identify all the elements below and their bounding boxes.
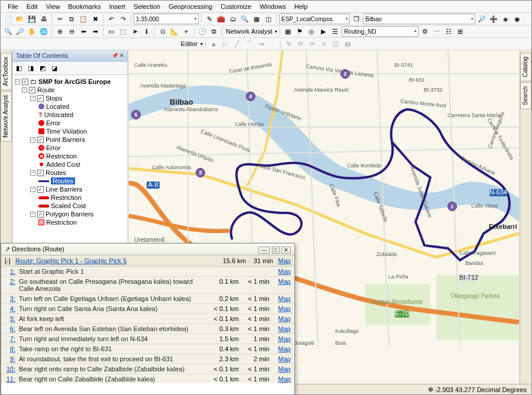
na-window-icon[interactable]: ▦ xyxy=(283,26,293,37)
fwd-extent-icon[interactable]: ➡ xyxy=(90,26,100,37)
create-viewer-icon[interactable]: ⧉ xyxy=(209,26,219,37)
tab-arctoolbox[interactable]: ArcToolbox xyxy=(1,53,12,90)
menu-view[interactable]: View xyxy=(43,2,64,11)
tool-b-icon[interactable]: ◉ xyxy=(512,14,523,24)
tree-error[interactable]: Error xyxy=(46,119,60,127)
trace-icon[interactable]: ↝ xyxy=(255,38,266,49)
direction-step[interactable]: 8:Take ramp on the right to BI-6310.4 km… xyxy=(1,344,294,354)
edit-annot-icon[interactable]: ✎ xyxy=(283,38,294,49)
select-elements-icon[interactable]: ➤ xyxy=(129,26,140,37)
model-icon[interactable]: ◫ xyxy=(263,14,274,24)
tool-a-icon[interactable]: ◈ xyxy=(500,14,511,24)
close-icon[interactable]: ✕ xyxy=(119,53,124,59)
create-feature-icon[interactable]: ▤ xyxy=(342,38,353,49)
layers-icon[interactable]: ❐ xyxy=(351,14,362,24)
step-number[interactable]: 6: xyxy=(5,325,15,332)
step-number[interactable]: 10: xyxy=(5,365,15,373)
city-combo[interactable]: Bilbao xyxy=(363,14,475,24)
checkbox[interactable]: ✓ xyxy=(37,95,44,102)
redo-icon[interactable]: ↷ xyxy=(118,14,128,24)
na-options-icon[interactable]: ⋯ xyxy=(432,26,442,37)
menu-edit[interactable]: Edit xyxy=(23,2,41,11)
list-drawing-icon[interactable]: ◧ xyxy=(14,63,24,73)
list-source-icon[interactable]: ◨ xyxy=(25,63,36,73)
checkbox[interactable]: ✓ xyxy=(22,79,28,85)
tree-polygon-barriers[interactable]: Polygon Barriers xyxy=(46,211,93,218)
minimize-icon[interactable]: — xyxy=(258,247,270,254)
menu-help[interactable]: Help xyxy=(291,2,312,11)
pin-icon[interactable]: 📌 xyxy=(112,53,118,59)
measure-icon[interactable]: 📐 xyxy=(169,26,180,37)
expand-icon[interactable]: − xyxy=(15,79,20,85)
delete-icon[interactable]: ✖ xyxy=(90,14,100,24)
clear-selection-icon[interactable]: ⬚ xyxy=(118,26,128,37)
na-select-icon[interactable]: ◎ xyxy=(306,26,317,37)
time-slider-icon[interactable]: 🕒 xyxy=(197,26,207,37)
tree-located[interactable]: Located xyxy=(46,103,69,110)
map-link[interactable]: Map xyxy=(273,365,291,373)
map-link[interactable]: Map xyxy=(273,355,291,362)
edit-tool-icon[interactable]: ▲ xyxy=(208,38,219,49)
direction-step[interactable]: 6:Bear left on Avenida San Esteban (San … xyxy=(1,324,294,334)
pan-icon[interactable]: ✋ xyxy=(27,26,37,37)
map-link[interactable]: Map xyxy=(273,257,291,264)
step-number[interactable]: 7: xyxy=(5,335,15,342)
zoom-out-icon[interactable]: 🔎 xyxy=(15,26,25,37)
expand-icon[interactable]: − xyxy=(30,137,35,143)
checkbox[interactable]: ✓ xyxy=(37,137,44,143)
menu-windows[interactable]: Windows xyxy=(256,2,290,11)
stop-marker[interactable]: 1 xyxy=(447,202,457,211)
split-icon[interactable]: ✂ xyxy=(307,38,317,49)
goto-xy-icon[interactable]: ⌖ xyxy=(181,26,192,37)
na-props-icon[interactable]: ☷ xyxy=(443,26,454,37)
directions-window[interactable]: ↗ Directions (Route) — □ ✕ [-] Route: Gr… xyxy=(1,243,295,395)
tree-lb-scaled[interactable]: Scaled Cost xyxy=(51,202,86,209)
na-solve-icon[interactable]: ▶ xyxy=(318,26,329,37)
tree-routes-selected[interactable]: Routes xyxy=(51,177,75,184)
map-link[interactable]: Map xyxy=(273,295,291,302)
tree-pb-cost[interactable]: Added Cost xyxy=(46,161,80,168)
expand-icon[interactable]: − xyxy=(30,96,35,101)
select-features-icon[interactable]: ▭ xyxy=(106,26,116,37)
tree-poly-restr[interactable]: Restriction xyxy=(46,219,77,226)
tab-network-analyst[interactable]: Network Analyst xyxy=(1,91,12,142)
menu-geoprocessing[interactable]: Geoprocessing xyxy=(165,2,216,11)
routing-combo[interactable]: Routing_ND xyxy=(342,26,419,37)
direction-step[interactable]: 5:At fork keep left< 0.1 km< 1 minMap xyxy=(1,314,294,324)
layer-combo[interactable]: ESP_LocalCompos xyxy=(279,14,350,24)
directions-list[interactable]: [-] Route: Graphic Pick 1 - Graphic Pick… xyxy=(1,255,294,383)
print-icon[interactable]: 🖶 xyxy=(38,14,49,24)
cut-icon[interactable]: ✂ xyxy=(54,14,65,24)
fixed-zoomin-icon[interactable]: ⊕ xyxy=(54,26,65,37)
map-link[interactable]: Map xyxy=(273,305,291,312)
direction-step[interactable]: 4:Turn right on Calle Santa Ana (Santa A… xyxy=(1,304,294,314)
rotate-icon[interactable]: ⟳ xyxy=(295,38,306,49)
na-directions-icon[interactable]: ☰ xyxy=(330,26,340,37)
toolbox-icon[interactable]: 🧰 xyxy=(216,14,226,24)
tree-root[interactable]: SMP for ArcGIS Europe xyxy=(38,78,111,85)
checkbox[interactable]: ✓ xyxy=(37,211,44,218)
step-number[interactable]: 2: xyxy=(5,278,15,292)
search-icon[interactable]: 🔍 xyxy=(239,14,250,24)
stop-marker[interactable]: 3 xyxy=(196,168,205,177)
collapse-toggle[interactable]: [-] xyxy=(5,257,15,264)
tree-lb-restr[interactable]: Restriction xyxy=(51,194,82,201)
point-icon[interactable]: · xyxy=(267,38,278,49)
find-xy-icon[interactable]: ⊙ xyxy=(157,26,168,37)
tree-routes[interactable]: Routes xyxy=(46,169,66,176)
catalog-icon[interactable]: 🗂 xyxy=(228,14,238,24)
list-selection-icon[interactable]: ◪ xyxy=(49,63,60,73)
route-summary-link[interactable]: Route: Graphic Pick 1 - Graphic Pick 5 xyxy=(15,257,216,264)
arc-icon[interactable]: ⌒ xyxy=(244,38,254,49)
direction-step[interactable]: 7:Turn right and immediately turn left o… xyxy=(1,334,294,344)
direction-step[interactable]: 10:Bear right onto ramp to Calle Zabalbi… xyxy=(1,364,294,374)
step-number[interactable]: 1: xyxy=(5,268,15,275)
step-number[interactable]: 3: xyxy=(5,295,15,302)
expand-icon[interactable]: − xyxy=(30,212,35,217)
expand-icon[interactable]: − xyxy=(30,187,35,192)
direction-step[interactable]: 1:Start at Graphic Pick 1Map xyxy=(1,267,294,277)
open-icon[interactable]: 📂 xyxy=(15,14,25,24)
save-icon[interactable]: 💾 xyxy=(27,14,37,24)
close-icon[interactable]: ✕ xyxy=(281,247,291,254)
find-icon[interactable]: 🔎 xyxy=(476,14,487,24)
